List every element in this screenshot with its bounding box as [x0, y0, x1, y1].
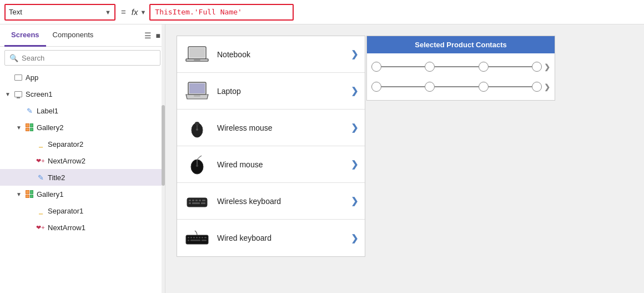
contact-circle-2d — [532, 82, 542, 92]
contacts-body: ❯ ❯ — [367, 53, 555, 100]
svg-rect-27 — [193, 237, 195, 239]
product-row-wireless-keyboard[interactable]: Wireless keyboard ❯ — [177, 183, 365, 220]
gallery2-icon — [24, 122, 34, 132]
gallery2-label: Gallery2 — [37, 123, 63, 132]
screen1-arrow: ▼ — [4, 91, 11, 97]
contact-circle-1c — [479, 62, 489, 72]
tree-item-gallery2[interactable]: ▼ Gallery2 — [0, 119, 165, 136]
gallery2-arrow: ▼ — [16, 125, 22, 131]
product-row-wireless-mouse[interactable]: Wireless mouse ❯ — [177, 110, 365, 146]
contacts-panel: Selected Product Contacts ❯ — [366, 36, 555, 101]
formula-bar[interactable]: ThisItem.'Full Name' — [149, 4, 294, 21]
wired-mouse-chevron: ❯ — [351, 159, 358, 170]
svg-rect-20 — [202, 200, 205, 201]
svg-point-11 — [196, 128, 198, 131]
wireless-keyboard-icon — [184, 190, 210, 212]
contact-circle-1b — [425, 62, 435, 72]
wired-mouse-name: Wired mouse — [217, 160, 344, 169]
tree-item-nextarrow1[interactable]: ❤+ NextArrow1 — [0, 219, 165, 236]
tree-item-label1[interactable]: ✎ Label1 — [0, 102, 165, 119]
contact-line-1c — [489, 66, 532, 67]
left-panel: Screens Components ☰ ■ 🔍 App — [0, 24, 165, 293]
wired-keyboard-name: Wired keyboard — [217, 234, 344, 242]
notebook-chevron: ❯ — [351, 49, 358, 59]
separator2-icon: ⎯ — [36, 139, 46, 149]
contact-line-2c — [489, 86, 532, 87]
notebook-name: Notebook — [217, 50, 344, 59]
svg-point-14 — [196, 165, 198, 167]
product-list: Notebook ❯ Laptop ❯ — [177, 36, 365, 257]
grid-view-icon[interactable]: ■ — [156, 31, 160, 40]
screen1-icon — [13, 89, 23, 99]
svg-rect-17 — [192, 200, 194, 201]
svg-rect-29 — [199, 237, 200, 239]
screen1-label: Screen1 — [26, 90, 52, 98]
tree-item-title2[interactable]: ✎ Title2 — [0, 169, 165, 186]
contacts-row-1[interactable]: ❯ — [371, 58, 550, 76]
contact-line-2b — [435, 86, 478, 87]
svg-rect-28 — [196, 237, 198, 239]
product-row-wired-mouse[interactable]: Wired mouse ❯ — [177, 146, 365, 183]
nextarrow1-label: NextArrow1 — [48, 224, 85, 232]
svg-rect-3 — [194, 59, 200, 61]
tree-item-separator1[interactable]: ⎯ Separator1 — [0, 202, 165, 219]
contact-line-2a — [381, 86, 425, 87]
wireless-mouse-icon — [184, 117, 210, 139]
separator2-label: Separator2 — [48, 140, 83, 148]
nextarrow2-label: NextArrow2 — [48, 157, 85, 165]
tab-screens[interactable]: Screens — [4, 24, 46, 47]
gallery1-label: Gallery1 — [37, 190, 63, 198]
property-selector[interactable]: Text ▼ — [4, 4, 115, 21]
search-input[interactable] — [22, 54, 155, 62]
toolbar: Text ▼ = fx ▼ ThisItem.'Full Name' — [0, 0, 644, 24]
svg-rect-25 — [188, 237, 189, 239]
wired-keyboard-icon — [184, 227, 210, 249]
contact-circle-2a — [371, 82, 381, 92]
product-row-laptop[interactable]: Laptop ❯ — [177, 73, 365, 110]
property-selector-label: Text — [9, 8, 103, 16]
contacts-chevron-2: ❯ — [544, 83, 550, 91]
fx-wrapper: fx ▼ — [132, 7, 147, 17]
notebook-icon — [184, 43, 210, 66]
property-selector-chevron: ▼ — [105, 9, 111, 16]
contacts-chevron-1: ❯ — [544, 63, 550, 71]
fx-chevron[interactable]: ▼ — [140, 9, 146, 16]
tree-item-separator2[interactable]: ⎯ Separator2 — [0, 136, 165, 152]
tree-item-app[interactable]: App — [0, 69, 165, 86]
separator1-icon: ⎯ — [36, 206, 46, 216]
svg-rect-18 — [195, 200, 198, 201]
product-row-notebook[interactable]: Notebook ❯ — [177, 36, 365, 73]
svg-rect-31 — [204, 237, 207, 239]
svg-rect-26 — [190, 237, 192, 239]
scrollbar-thumb[interactable] — [162, 105, 165, 186]
tree: App ▼ Screen1 ✎ Label1 ▼ — [0, 69, 165, 293]
svg-point-10 — [195, 122, 199, 125]
canvas-area: Notebook ❯ Laptop ❯ — [165, 24, 644, 293]
product-row-wired-keyboard[interactable]: Wired keyboard ❯ — [177, 220, 365, 256]
contact-circle-1a — [371, 62, 381, 72]
nextarrow1-icon: ❤+ — [36, 222, 46, 232]
svg-rect-21 — [189, 202, 191, 204]
list-view-icon[interactable]: ☰ — [144, 31, 152, 40]
contact-circle-2b — [425, 82, 435, 92]
svg-rect-30 — [202, 237, 203, 239]
scrollbar-track[interactable] — [162, 24, 165, 293]
contact-circle-2c — [479, 82, 489, 92]
tree-item-screen1[interactable]: ▼ Screen1 — [0, 86, 165, 102]
fx-label: fx — [132, 7, 138, 17]
tabs-row: Screens Components ☰ ■ — [0, 24, 165, 47]
svg-rect-33 — [190, 240, 200, 241]
svg-rect-23 — [201, 202, 205, 204]
gallery1-arrow: ▼ — [16, 191, 22, 197]
wireless-mouse-name: Wireless mouse — [217, 123, 344, 132]
tree-item-nextarrow2[interactable]: ❤+ NextArrow2 — [0, 152, 165, 169]
svg-rect-16 — [189, 200, 191, 201]
tab-components[interactable]: Components — [46, 24, 100, 47]
contacts-row-2[interactable]: ❯ — [371, 78, 550, 96]
svg-rect-32 — [188, 240, 189, 241]
tree-item-gallery1[interactable]: ▼ Gallery1 — [0, 186, 165, 202]
wireless-mouse-chevron: ❯ — [351, 122, 358, 133]
wired-mouse-icon — [184, 153, 210, 176]
main-layout: Screens Components ☰ ■ 🔍 App — [0, 24, 644, 293]
gallery1-icon — [24, 189, 34, 199]
